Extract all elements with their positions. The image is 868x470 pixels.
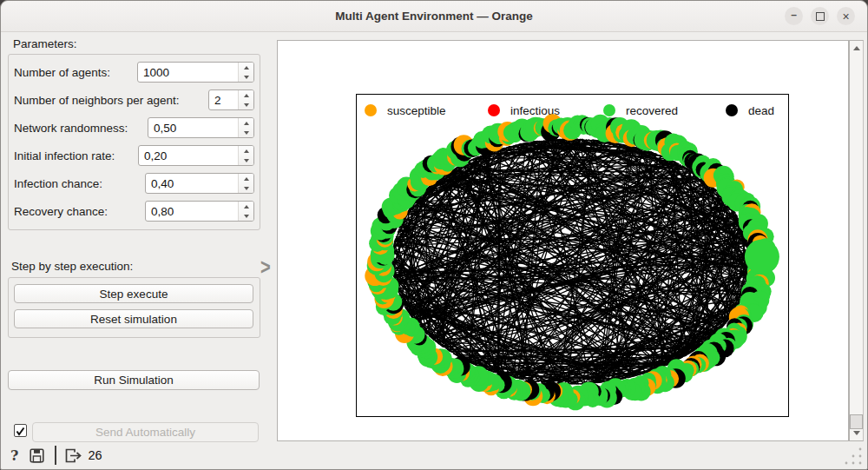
spin-buttons	[238, 202, 253, 221]
app-window: Multi Agent Environment — Orange – × Par…	[0, 0, 868, 470]
triangle-down-icon	[244, 131, 249, 135]
param-row-randomness: Network randomness:	[8, 117, 260, 138]
spin-up-button[interactable]	[239, 118, 253, 128]
output-count-icon	[65, 448, 82, 463]
parameters-rows: Number of agents: Number of neighbors pe…	[8, 54, 260, 222]
title-bar[interactable]: Multi Agent Environment — Orange – ×	[1, 1, 867, 32]
param-label: Infection chance:	[14, 177, 102, 190]
initial-infection-spinbox[interactable]	[138, 145, 254, 166]
triangle-down-icon	[244, 76, 249, 79]
triangle-up-icon	[244, 149, 249, 153]
spin-buttons	[238, 174, 253, 193]
triangle-up-icon	[244, 205, 249, 209]
minimize-button[interactable]: –	[785, 7, 803, 25]
triangle-up-icon	[244, 66, 249, 70]
spin-buttons	[238, 63, 253, 82]
window-buttons: – ×	[785, 7, 855, 25]
param-label: Network randomness:	[14, 122, 128, 135]
spin-buttons	[238, 146, 253, 165]
close-icon: ×	[842, 10, 849, 23]
plot-frame: susceptible infectious recovered dead	[356, 94, 789, 417]
spin-up-button[interactable]	[239, 90, 253, 100]
spin-buttons	[238, 118, 253, 137]
agents-spinbox[interactable]	[137, 62, 254, 83]
neighbors-spinbox[interactable]	[208, 89, 254, 110]
param-label: Number of agents:	[14, 66, 110, 79]
arrow-up-icon	[853, 46, 860, 50]
save-report-icon[interactable]	[30, 448, 44, 463]
recovery-chance-value-input[interactable]	[146, 202, 238, 221]
param-row-neighbors: Number of neighbors per agent:	[8, 89, 260, 110]
spin-down-button[interactable]	[239, 211, 253, 221]
step-execute-button[interactable]: Step execute	[14, 284, 253, 303]
param-row-initial-infection: Initial infection rate:	[8, 145, 260, 166]
spin-up-button[interactable]	[239, 146, 253, 156]
control-area: Parameters: Number of agents: Number of …	[1, 31, 277, 469]
spin-down-button[interactable]	[239, 72, 253, 82]
param-row-agents: Number of agents:	[8, 62, 260, 83]
infection-chance-value-input[interactable]	[146, 174, 238, 193]
param-label: Initial infection rate:	[14, 149, 115, 162]
spin-down-button[interactable]	[239, 156, 253, 165]
send-automatically-checkbox[interactable]	[14, 424, 27, 437]
spin-up-button[interactable]	[239, 63, 253, 72]
randomness-value-input[interactable]	[148, 118, 238, 137]
triangle-up-icon	[244, 177, 249, 181]
infection-chance-spinbox[interactable]	[145, 173, 254, 194]
initial-infection-value-input[interactable]	[139, 146, 238, 165]
arrow-down-icon	[853, 431, 860, 435]
output-count: 26	[88, 448, 102, 462]
param-row-infection-chance: Infection chance:	[8, 173, 260, 194]
status-divider	[55, 446, 56, 465]
spin-up-button[interactable]	[239, 174, 253, 183]
status-bar: ? 26	[1, 441, 275, 469]
spin-up-button[interactable]	[239, 202, 253, 211]
network-graph-canvas	[357, 95, 788, 416]
scroll-down-button[interactable]	[850, 427, 863, 440]
triangle-down-icon	[244, 215, 249, 218]
spin-buttons	[238, 90, 253, 109]
resize-grip[interactable]	[841, 446, 864, 467]
window-title: Multi Agent Environment — Orange	[1, 1, 867, 31]
maximize-button[interactable]	[811, 7, 829, 25]
collapse-panel-chevron-icon[interactable]: >	[260, 255, 271, 280]
send-automatically-button[interactable]: Send Automatically	[32, 422, 259, 442]
recovery-chance-spinbox[interactable]	[145, 201, 254, 222]
visualization-panel: susceptible infectious recovered dead	[277, 40, 849, 441]
checkmark-icon	[15, 426, 26, 437]
run-simulation-button[interactable]: Run Simulation	[8, 370, 260, 390]
spin-down-button[interactable]	[239, 100, 253, 109]
help-icon[interactable]: ?	[10, 447, 18, 464]
triangle-up-icon	[244, 122, 249, 125]
minimize-icon: –	[791, 9, 797, 21]
spin-down-button[interactable]	[239, 128, 253, 137]
param-label: Number of neighbors per agent:	[14, 94, 180, 107]
triangle-down-icon	[244, 187, 249, 190]
agents-value-input[interactable]	[138, 63, 238, 82]
vertical-scrollbar[interactable]	[849, 40, 864, 441]
step-section-heading: Step by step execution:	[11, 260, 133, 273]
scroll-up-button[interactable]	[850, 42, 863, 55]
close-button[interactable]: ×	[837, 7, 855, 25]
parameters-heading: Parameters:	[13, 37, 77, 50]
spin-down-button[interactable]	[239, 183, 253, 193]
maximize-icon	[816, 12, 825, 21]
triangle-down-icon	[244, 159, 249, 162]
param-row-recovery-chance: Recovery chance:	[8, 201, 260, 222]
triangle-down-icon	[244, 103, 249, 107]
triangle-up-icon	[244, 94, 249, 97]
reset-simulation-button[interactable]: Reset simulation	[14, 309, 253, 328]
neighbors-value-input[interactable]	[209, 90, 238, 109]
randomness-spinbox[interactable]	[148, 117, 254, 138]
param-label: Recovery chance:	[14, 205, 108, 218]
